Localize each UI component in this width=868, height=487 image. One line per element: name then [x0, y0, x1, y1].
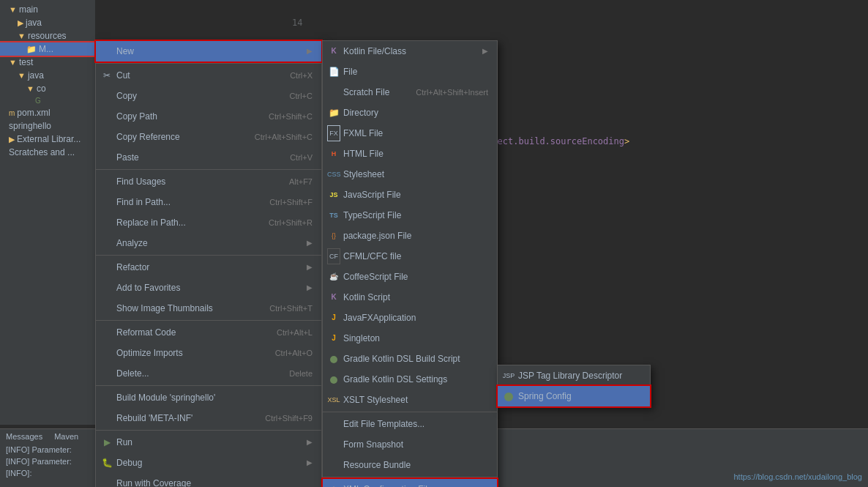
tree-item-external-libs[interactable]: ▶ External Librar...: [0, 133, 95, 146]
folder-icon: ▼: [9, 5, 17, 14]
tree-item-meta[interactable]: 📁 M...: [0, 42, 95, 56]
menu-item-refactor[interactable]: Refactor ▶: [96, 257, 321, 278]
bottom-url: https://blog.csdn.net/xudailong_blog: [733, 472, 862, 481]
menu-item-copy[interactable]: Copy Ctrl+C: [96, 86, 321, 106]
tree-item-resources[interactable]: ▼ resources: [0, 29, 95, 42]
code-line-14: 14: [249, 3, 868, 42]
menu-item-paste[interactable]: Paste Ctrl+V: [96, 147, 321, 168]
menu-label: Directory: [343, 105, 378, 120]
new-scratch-file[interactable]: Scratch File Ctrl+Alt+Shift+Insert: [323, 82, 497, 103]
separator: [323, 412, 497, 412]
tree-item-co[interactable]: ▼ co: [0, 82, 95, 95]
new-gradle-build[interactable]: Gradle Kotlin DSL Build Script: [323, 349, 497, 369]
folder-icon: ▼: [18, 71, 26, 80]
arrow-icon: ▶: [307, 260, 313, 275]
menu-item-debug[interactable]: 🐛 Debug ▶: [96, 453, 321, 473]
tree-item-pom[interactable]: m pom.xml: [0, 106, 95, 119]
javafx-icon: J: [327, 311, 340, 325]
folder-icon: ▶: [18, 18, 23, 28]
project-tree: ▼ main ▶ java ▼ resources 📁 M... ▼ test …: [0, 0, 95, 425]
menu-item-build-module[interactable]: Build Module 'springhello': [96, 387, 321, 408]
new-directory[interactable]: 📁 Directory: [323, 103, 497, 123]
xml-spring-config[interactable]: Spring Config: [498, 386, 650, 406]
shortcut: Ctrl+Shift+F9: [265, 411, 313, 425]
menu-label: Analyze: [116, 236, 148, 250]
new-gradle-settings[interactable]: Gradle Kotlin DSL Settings: [323, 369, 497, 390]
menu-item-analyze[interactable]: Analyze ▶: [96, 233, 321, 253]
menu-item-delete[interactable]: Delete... Delete: [96, 363, 321, 384]
new-cfml[interactable]: CF CFML/CFC file: [323, 246, 497, 267]
menu-item-reformat[interactable]: Reformat Code Ctrl+Alt+L: [96, 322, 321, 343]
menu-label: JavaFXApplication: [343, 311, 416, 325]
new-form-snapshot[interactable]: Form Snapshot: [323, 434, 497, 455]
tree-label: M...: [39, 44, 53, 54]
tree-item-g[interactable]: G: [0, 95, 95, 106]
new-xml-config[interactable]: ⚙ XML Configuration File ▶: [323, 479, 497, 487]
new-package-json[interactable]: {} package.json File: [323, 226, 497, 246]
arrow-icon: ▶: [307, 236, 313, 250]
tree-label: main: [19, 4, 38, 15]
shortcut: Ctrl+Shift+C: [269, 109, 313, 124]
new-xslt[interactable]: XSL XSLT Stylesheet: [323, 390, 497, 410]
tree-item-test[interactable]: ▼ test: [0, 56, 95, 69]
menu-label: Reformat Code: [116, 325, 176, 340]
menu-item-favorites[interactable]: Add to Favorites ▶: [96, 278, 321, 298]
new-kotlin-class[interactable]: K Kotlin File/Class ▶: [323, 41, 497, 62]
menu-label: Find in Path...: [116, 195, 171, 209]
new-kotlin-script[interactable]: K Kotlin Script: [323, 287, 497, 308]
menu-label: Optimize Imports: [116, 346, 183, 360]
shortcut: Ctrl+Alt+L: [277, 325, 313, 340]
menu-item-copy-ref[interactable]: Copy Reference Ctrl+Alt+Shift+C: [96, 127, 321, 147]
menu-label: XML Configuration File: [343, 482, 433, 487]
menu-item-copy-path[interactable]: Copy Path Ctrl+Shift+C: [96, 106, 321, 127]
new-coffeescript[interactable]: ☕ CoffeeScript File: [323, 267, 497, 287]
tree-item-scratches[interactable]: Scratches and ...: [0, 146, 95, 159]
menu-item-cut[interactable]: ✂ Cut Ctrl+X: [96, 65, 321, 86]
tree-item-main[interactable]: ▼ main: [0, 3, 95, 16]
menu-item-new[interactable]: New ▶: [96, 41, 321, 62]
menu-item-run-coverage[interactable]: Run with Coverage: [96, 473, 321, 487]
primary-context-menu: New ▶ ✂ Cut Ctrl+X Copy Ctrl+C Copy Path…: [95, 40, 322, 487]
new-js-file[interactable]: JS JavaScript File: [323, 185, 497, 205]
menu-label: Cut: [116, 68, 130, 83]
jsp-icon: JSP: [502, 368, 515, 383]
menu-label: Run with Coverage: [116, 476, 191, 487]
new-stylesheet[interactable]: CSS Stylesheet: [323, 164, 497, 185]
new-resource-bundle[interactable]: Resource Bundle: [323, 455, 497, 475]
tree-label: test: [19, 57, 33, 67]
shortcut: Ctrl+C: [290, 89, 313, 103]
new-file-templates[interactable]: Edit File Templates...: [323, 414, 497, 434]
file-icon: 📄: [327, 64, 340, 79]
arrow-icon: ▶: [307, 456, 313, 470]
maven-tab[interactable]: Maven: [54, 432, 78, 441]
folder-icon: ▶: [9, 135, 15, 144]
new-ts-file[interactable]: TS TypeScript File: [323, 205, 497, 226]
menu-item-optimize[interactable]: Optimize Imports Ctrl+Alt+O: [96, 343, 321, 363]
menu-item-find-usages[interactable]: Find Usages Alt+F7: [96, 171, 321, 192]
xml-config-icon: ⚙: [327, 482, 340, 487]
separator: [96, 430, 321, 431]
menu-label: Kotlin File/Class: [343, 44, 406, 59]
messages-tab[interactable]: Messages: [6, 432, 42, 441]
new-fxml[interactable]: FX FXML File: [323, 123, 497, 144]
tree-item-java[interactable]: ▶ java: [0, 16, 95, 29]
menu-item-thumbnails[interactable]: Show Image Thumbnails Ctrl+Shift+T: [96, 298, 321, 319]
menu-item-run[interactable]: ▶ Run ▶: [96, 432, 321, 453]
new-html[interactable]: H HTML File: [323, 144, 497, 164]
menu-label: Kotlin Script: [343, 290, 390, 305]
menu-item-rebuild[interactable]: Rebuild 'META-INF' Ctrl+Shift+F9: [96, 408, 321, 428]
xml-jsp-tag[interactable]: JSP JSP Tag Library Descriptor: [498, 365, 650, 386]
new-file[interactable]: 📄 File: [323, 62, 497, 82]
menu-item-find-path[interactable]: Find in Path... Ctrl+Shift+F: [96, 192, 321, 212]
shortcut: Ctrl+Alt+O: [275, 346, 313, 360]
menu-label: HTML File: [343, 146, 384, 161]
arrow-icon: ▶: [307, 280, 313, 295]
menu-label: Scratch File: [343, 85, 389, 100]
menu-item-replace-path[interactable]: Replace in Path... Ctrl+Shift+R: [96, 212, 321, 233]
menu-label: Copy Reference: [116, 130, 180, 144]
new-javafx-app[interactable]: J JavaFXApplication: [323, 308, 497, 328]
tree-item-java2[interactable]: ▼ java: [0, 69, 95, 82]
menu-label: package.json File: [343, 228, 411, 243]
new-singleton[interactable]: J Singleton: [323, 328, 497, 349]
tree-item-springhello[interactable]: springhello: [0, 119, 95, 133]
